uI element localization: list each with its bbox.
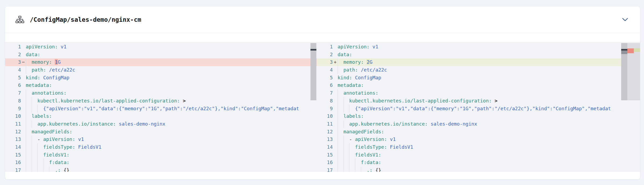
diff-header[interactable]: /ConfigMap/sales-demo/nginx-cm <box>5 6 640 33</box>
code-token: .: <box>55 167 61 172</box>
diff-pane-modified[interactable]: 1apiVersion: v12data:3+ memory: 2G4 path… <box>317 42 640 172</box>
code-token <box>338 129 343 134</box>
diff-marker <box>333 89 338 97</box>
scrollbar-thumb-left[interactable] <box>310 43 316 100</box>
diff-marker <box>21 128 26 136</box>
code-token <box>352 75 355 80</box>
code-token: kind: <box>26 75 40 80</box>
diff-marker <box>21 143 26 151</box>
diff-pane-original[interactable]: 1apiVersion: v12data:3− memory: 1G4 path… <box>5 42 317 172</box>
code-line: 13 - apiVersion: v1 <box>5 136 317 143</box>
code-token <box>180 98 183 104</box>
line-gutter: 10 <box>317 112 338 120</box>
code-tokens: path: /etc/a22c <box>26 67 75 73</box>
line-number: 5 <box>317 74 333 82</box>
code-token: managedFields: <box>32 129 72 134</box>
diff-marker <box>333 105 338 113</box>
code-token: kind: <box>338 75 352 80</box>
line-gutter: 11 <box>5 120 26 128</box>
line-gutter: 1 <box>5 43 26 51</box>
code-token <box>26 159 49 165</box>
code-rows-modified: 1apiVersion: v12data:3+ memory: 2G4 path… <box>317 42 640 172</box>
code-text: .: {} <box>26 166 317 172</box>
code-token: {} <box>375 167 381 172</box>
ruler-deleted-mark <box>627 48 634 53</box>
code-tokens: kubectl.kubernetes.io/last-applied-confi… <box>26 98 186 104</box>
diff-marker <box>21 136 26 143</box>
line-number: 15 <box>317 151 333 159</box>
code-tokens: .: {} <box>26 167 69 172</box>
hierarchy-icon <box>15 16 24 24</box>
code-text: - apiVersion: v1 <box>338 136 640 143</box>
code-line: 5kind: ConfigMap <box>317 74 640 82</box>
code-text: labels: <box>338 112 640 120</box>
code-token <box>358 67 361 73</box>
code-line: 4 path: /etc/a22c <box>5 66 317 74</box>
code-tokens: f:data: <box>338 159 381 165</box>
code-token <box>338 106 355 111</box>
line-gutter: 14 <box>5 143 26 151</box>
diff-marker <box>333 136 338 143</box>
code-token: {} <box>64 167 69 172</box>
code-tokens: kubectl.kubernetes.io/last-applied-confi… <box>338 98 497 104</box>
code-token <box>338 167 367 172</box>
code-token: FieldsV1 <box>390 144 413 150</box>
code-tokens: {"apiVersion":"v1","data":{"memory":"1G"… <box>338 106 611 111</box>
diff-marker <box>333 151 338 159</box>
code-line: 12 managedFields: <box>5 128 317 136</box>
line-number: 14 <box>5 143 21 151</box>
code-token <box>26 129 32 134</box>
code-token: data: <box>338 52 352 57</box>
diff-marker <box>333 128 338 136</box>
code-token: app.kubernetes.io/instance: <box>349 121 428 127</box>
code-text: kind: ConfigMap <box>338 74 640 82</box>
code-token <box>372 167 375 172</box>
code-line: 5kind: ConfigMap <box>5 74 317 82</box>
diff-marker <box>21 89 26 97</box>
code-text: apiVersion: v1 <box>26 43 317 51</box>
code-token: metadata: <box>338 82 364 88</box>
code-token: metadata: <box>26 82 52 88</box>
code-token <box>338 121 349 127</box>
code-line: 3+ memory: 2G <box>317 58 640 66</box>
code-token <box>387 144 390 150</box>
code-token: annotations: <box>32 90 67 96</box>
code-token: f:data: <box>361 159 381 165</box>
diff-marker <box>21 105 26 113</box>
code-token: path: <box>343 67 358 73</box>
code-token: v1 <box>78 136 84 142</box>
code-text: app.kubernetes.io/instance: sales-demo-n… <box>26 120 317 128</box>
line-gutter: 15 <box>5 151 26 159</box>
code-token: {"apiVersion":"v1","data":{"memory":"1G"… <box>43 106 299 111</box>
line-gutter: 6 <box>317 81 338 89</box>
code-token: fieldsV1: <box>355 152 381 158</box>
code-line: 6metadata: <box>317 81 640 89</box>
code-token: f:data: <box>49 159 69 165</box>
diff-marker <box>21 51 26 59</box>
resource-diff-card: /ConfigMap/sales-demo/nginx-cm 1apiVersi… <box>5 6 640 180</box>
diff-marker <box>21 74 26 82</box>
code-text: annotations: <box>338 89 640 97</box>
code-token: v1 <box>61 44 67 49</box>
scrollbar-thumb-right[interactable] <box>621 43 627 100</box>
code-line: 11 app.kubernetes.io/instance: sales-dem… <box>317 120 640 128</box>
code-token: .: <box>367 167 372 172</box>
code-line: 10 labels: <box>5 112 317 120</box>
code-line: 1apiVersion: v1 <box>5 43 317 51</box>
line-number: 4 <box>5 66 21 74</box>
diff-marker <box>21 81 26 89</box>
code-tokens: kind: ConfigMap <box>26 75 69 80</box>
code-token: G <box>58 59 61 65</box>
line-number: 12 <box>317 128 333 136</box>
code-tokens: fieldsV1: <box>26 152 69 158</box>
line-gutter: 10 <box>5 112 26 120</box>
code-token: fieldsType: <box>355 144 387 150</box>
chevron-down-icon[interactable] <box>622 18 628 22</box>
code-text: managedFields: <box>338 128 640 136</box>
code-token <box>338 113 343 119</box>
line-gutter: 3− <box>5 58 26 66</box>
code-tokens: fieldsType: FieldsV1 <box>26 144 101 150</box>
code-token <box>428 121 431 127</box>
line-number: 17 <box>317 166 333 172</box>
diff-marker <box>21 159 26 166</box>
